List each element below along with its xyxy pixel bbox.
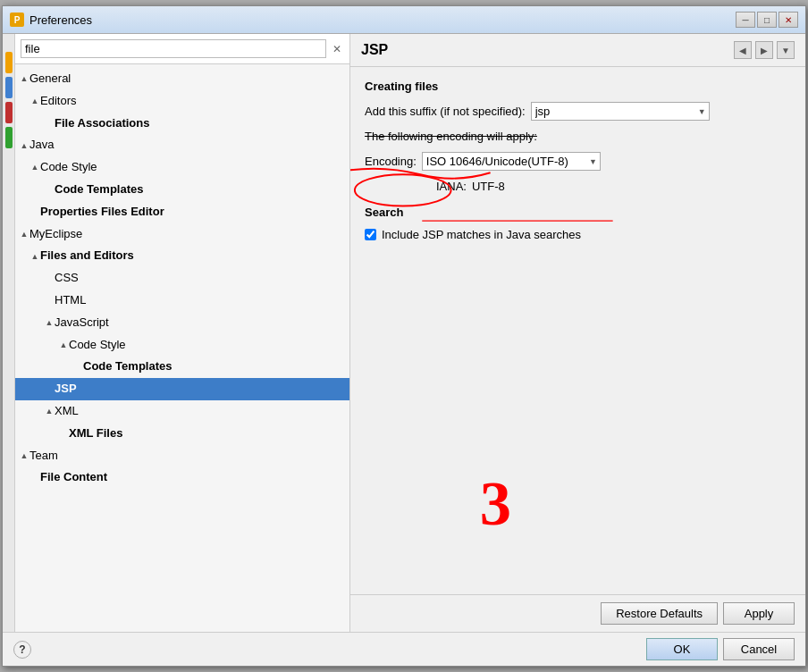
tree-arrow-team[interactable]: ▲ <box>19 449 29 462</box>
tree-container: ▲ General ▲ Editors File Associa <box>15 64 349 632</box>
cancel-button[interactable]: Cancel <box>723 638 795 660</box>
side-indicator-2 <box>5 77 13 98</box>
tree-item-java[interactable]: ▲ Java <box>15 134 349 156</box>
title-bar: P Preferences ─ □ ✕ <box>3 6 805 34</box>
iana-value: UTF-8 <box>472 180 505 193</box>
tree-text-java: Java <box>29 136 54 155</box>
tree-text-team: Team <box>29 447 58 466</box>
tree-item-myeclipse[interactable]: ▲ MyEclipse <box>15 223 349 246</box>
tree-item-xml-files[interactable]: XML Files <box>15 423 349 445</box>
maximize-button[interactable]: □ <box>757 12 777 28</box>
tree-arrow-code-style-js[interactable]: ▲ <box>58 339 69 351</box>
tree-arrow-myeclipse[interactable]: ▲ <box>19 228 29 240</box>
right-panel: JSP ◀ ▶ ▼ Creating files Add this suffix… <box>350 34 805 632</box>
help-button[interactable]: ? <box>13 641 31 659</box>
tree-item-css[interactable]: CSS <box>15 267 349 290</box>
tree-item-xml[interactable]: ▲ XML <box>15 400 349 423</box>
search-input[interactable] <box>21 39 326 58</box>
close-button[interactable]: ✕ <box>779 12 798 28</box>
encoding-select-wrapper: ISO 10646/Unicode(UTF-8) <box>422 152 601 171</box>
tree-text-xml: XML <box>55 402 79 421</box>
action-buttons-bar: Restore Defaults Apply <box>350 594 805 632</box>
tree-item-editors[interactable]: ▲ Editors <box>15 90 349 113</box>
creating-files-title: Creating files <box>365 80 791 93</box>
tree-arrow-java[interactable]: ▲ <box>19 139 29 152</box>
tree-item-general[interactable]: ▲ General <box>15 68 349 90</box>
apply-button[interactable]: Apply <box>723 602 795 625</box>
restore-defaults-button[interactable]: Restore Defaults <box>601 602 718 625</box>
search-checkbox-row: Include JSP matches in Java searches <box>365 228 791 241</box>
ok-button[interactable]: OK <box>646 638 718 660</box>
footer-buttons: OK Cancel <box>646 638 795 660</box>
encoding-label: Encoding: <box>365 155 417 168</box>
tree-arrow-files-and-editors[interactable]: ▲ <box>29 250 40 263</box>
tree-arrow-javascript[interactable]: ▲ <box>44 316 55 329</box>
minimize-button[interactable]: ─ <box>736 12 755 28</box>
nav-back-button[interactable]: ◀ <box>734 41 752 59</box>
right-header: JSP ◀ ▶ ▼ <box>350 34 805 67</box>
side-indicator-3 <box>5 102 13 123</box>
tree-arrow-code-style-java[interactable]: ▲ <box>29 161 40 173</box>
tree-item-file-associations[interactable]: File Associations <box>15 113 349 135</box>
tree-item-jsp[interactable]: JSP <box>15 378 349 400</box>
tree-text-code-templates: Code Templates <box>55 181 143 199</box>
main-content: ✕ ▲ General ▲ Editors <box>3 34 805 632</box>
search-title: Search <box>365 206 791 219</box>
nav-forward-button[interactable]: ▶ <box>755 41 773 59</box>
tree-text-code-templates-js: Code Templates <box>83 357 172 376</box>
suffix-select[interactable]: jsp <box>531 102 710 121</box>
tree-item-team[interactable]: ▲ Team <box>15 445 349 467</box>
side-bar <box>3 34 15 632</box>
tree-arrow-editors[interactable]: ▲ <box>29 95 40 107</box>
tree-text-jsp: JSP <box>55 380 77 399</box>
tree-item-code-templates-js[interactable]: Code Templates <box>15 356 349 378</box>
title-bar-left: P Preferences <box>10 13 92 27</box>
tree-text-general: General <box>29 70 71 88</box>
window-footer: ? OK Cancel <box>3 632 805 666</box>
encoding-select[interactable]: ISO 10646/Unicode(UTF-8) <box>422 152 601 171</box>
svg-text:3: 3 <box>480 468 511 538</box>
iana-label: IANA: <box>436 180 467 193</box>
tree-item-code-templates[interactable]: Code Templates <box>15 179 349 201</box>
tree-text-prop-files-editor: Properties Files Editor <box>40 203 164 222</box>
tree-item-files-and-editors[interactable]: ▲ Files and Editors <box>15 245 349 267</box>
search-clear-icon[interactable]: ✕ <box>330 42 344 56</box>
tree-item-html[interactable]: HTML <box>15 290 349 312</box>
right-title: JSP <box>361 42 388 58</box>
nav-dropdown-button[interactable]: ▼ <box>777 41 795 59</box>
encoding-label-row: The following encoding will apply: <box>365 130 791 143</box>
tree-text-editors: Editors <box>40 92 76 111</box>
search-bar: ✕ <box>15 34 349 64</box>
preferences-window: P Preferences ─ □ ✕ ✕ <box>2 5 806 667</box>
side-indicator-1 <box>5 52 13 73</box>
tree-text-code-style-js: Code Style <box>69 336 126 355</box>
tree-item-code-style-js[interactable]: ▲ Code Style <box>15 334 349 357</box>
tree-item-code-style-java[interactable]: ▲ Code Style <box>15 156 349 179</box>
encoding-row: Encoding: ISO 10646/Unicode(UTF-8) <box>365 152 791 171</box>
tree-text-xml-files: XML Files <box>69 424 122 443</box>
search-checkbox[interactable] <box>365 229 376 240</box>
left-panel: ✕ ▲ General ▲ Editors <box>15 34 350 632</box>
title-bar-controls: ─ □ ✕ <box>736 12 798 28</box>
tree-text-myeclipse: MyEclipse <box>29 225 82 244</box>
tree-item-file-content[interactable]: File Content <box>15 466 349 489</box>
window-title: Preferences <box>29 13 92 27</box>
tree-arrow-general[interactable]: ▲ <box>19 72 29 85</box>
creating-files-section: Creating files Add this suffix (if not s… <box>365 80 791 193</box>
suffix-label: Add this suffix (if not specified): <box>365 105 526 118</box>
tree-text-file-associations: File Associations <box>55 114 149 133</box>
tree-arrow-xml[interactable]: ▲ <box>44 405 55 417</box>
suffix-row: Add this suffix (if not specified): jsp <box>365 102 791 121</box>
tree-item-javascript[interactable]: ▲ JavaScript <box>15 312 349 334</box>
tree-text-html: HTML <box>55 291 86 310</box>
tree-text-javascript: JavaScript <box>55 314 109 332</box>
tree-text-code-style-java: Code Style <box>40 158 97 177</box>
tree-item-prop-files-editor[interactable]: Properties Files Editor <box>15 201 349 223</box>
right-body: Creating files Add this suffix (if not s… <box>350 67 805 632</box>
suffix-select-wrapper: jsp <box>531 102 710 121</box>
tree-text-css: CSS <box>55 269 79 288</box>
tree-text-files-and-editors: Files and Editors <box>40 247 134 265</box>
search-checkbox-label: Include JSP matches in Java searches <box>382 228 581 241</box>
search-section: Search Include JSP matches in Java searc… <box>365 206 791 241</box>
right-nav: ◀ ▶ ▼ <box>734 41 795 59</box>
